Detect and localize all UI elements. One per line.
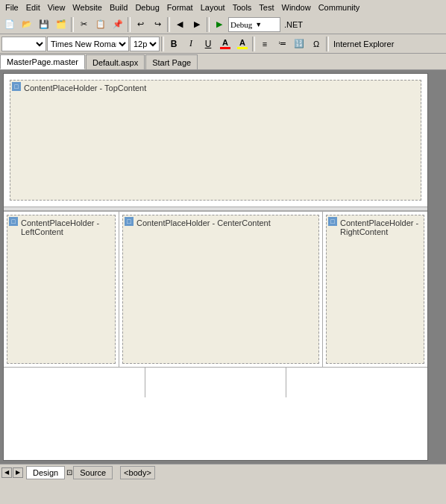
- source-tab-button[interactable]: Source: [73, 466, 113, 479]
- tab-defaultaspx-label: Default.aspx: [92, 58, 138, 67]
- underline-button[interactable]: U: [200, 36, 216, 52]
- top-placeholder-label: ContentPlaceHolder - TopContent: [10, 81, 421, 95]
- right-placeholder: □ ContentPlaceHolder - RightContent: [326, 215, 424, 364]
- menu-tools[interactable]: Tools: [229, 1, 256, 13]
- sep5: [161, 37, 164, 51]
- align-button[interactable]: ≡: [257, 36, 273, 52]
- nav-forward-button[interactable]: ▶: [189, 16, 205, 33]
- tab-defaultaspx[interactable]: Default.aspx: [86, 54, 145, 69]
- menu-build[interactable]: Build: [106, 1, 131, 13]
- menu-bar: File Edit View Website Build Debug Forma…: [0, 0, 446, 15]
- body-tag: <body>: [120, 466, 155, 479]
- top-placeholder: □ ContentPlaceHolder - TopContent: [10, 80, 421, 201]
- italic-button[interactable]: I: [183, 36, 199, 52]
- font-color-icon: A: [222, 38, 228, 47]
- source-tab-label: Source: [80, 468, 106, 477]
- sep6: [252, 37, 255, 51]
- highlight-icon: A: [239, 38, 245, 47]
- new-button[interactable]: 📄: [1, 16, 18, 33]
- center-placeholder: □ ContentPlaceHolder - CenterContent: [122, 215, 319, 364]
- nav-arrows: ◀ ▶: [1, 467, 23, 478]
- ie-label: Internet Explorer: [330, 40, 397, 48]
- menu-window[interactable]: Window: [278, 1, 315, 13]
- font-style-select[interactable]: [1, 37, 46, 51]
- nav-back-button[interactable]: ◀: [172, 16, 188, 33]
- menu-format[interactable]: Format: [163, 1, 197, 13]
- body-tag-label: <body>: [124, 468, 151, 477]
- bottom-col-2: [145, 368, 287, 397]
- font-family-select[interactable]: Times New Roman: [47, 37, 129, 51]
- menu-test[interactable]: Test: [255, 1, 277, 13]
- right-placeholder-marker: □: [328, 217, 337, 226]
- left-placeholder-marker: □: [9, 217, 18, 226]
- top-placeholder-body: [10, 95, 421, 200]
- status-forward-button[interactable]: ▶: [13, 467, 23, 478]
- font-color-bar: [220, 47, 230, 49]
- menu-website[interactable]: Website: [69, 1, 106, 13]
- status-bar: ◀ ▶ Design ⊡ Source <body>: [0, 464, 446, 480]
- right-column: □ ContentPlaceHolder - RightContent: [323, 212, 427, 367]
- font-color-button[interactable]: A: [217, 36, 233, 52]
- tab-startpage-label: Start Page: [152, 58, 191, 67]
- bottom-row: [4, 367, 427, 397]
- run-button[interactable]: ▶: [211, 16, 227, 33]
- design-tab-button[interactable]: Design: [26, 466, 65, 479]
- status-back-button[interactable]: ◀: [1, 467, 12, 478]
- three-col-layout: □ ContentPlaceHolder - LeftContent □ Con…: [4, 211, 427, 367]
- left-placeholder-label: ContentPlaceHolder - LeftContent: [7, 215, 115, 239]
- sep2: [128, 17, 131, 32]
- page-container: □ ContentPlaceHolder - TopContent □ Cont…: [3, 73, 428, 461]
- center-placeholder-label: ContentPlaceHolder - CenterContent: [123, 215, 318, 230]
- bottom-col-3: [286, 368, 427, 397]
- undo-button[interactable]: ↩: [132, 16, 148, 33]
- open-button[interactable]: 📂: [19, 16, 35, 33]
- sep4: [207, 17, 210, 32]
- debug-dropdown[interactable]: Debug ▼: [228, 17, 280, 32]
- source-tab-wrapper: ⊡ Source: [65, 466, 114, 479]
- design-tab-label: Design: [33, 468, 58, 477]
- menu-debug[interactable]: Debug: [131, 1, 163, 13]
- save-button[interactable]: 💾: [36, 16, 52, 33]
- right-placeholder-label: ContentPlaceHolder - RightContent: [327, 215, 424, 239]
- left-column: □ ContentPlaceHolder - LeftContent: [4, 212, 119, 367]
- debug-label: Debug: [230, 20, 252, 29]
- copy-button[interactable]: 📋: [92, 16, 109, 33]
- highlight-color-button[interactable]: A: [234, 36, 251, 52]
- paste-button[interactable]: 📌: [110, 16, 126, 33]
- redo-button[interactable]: ↪: [149, 16, 166, 33]
- menu-layout[interactable]: Layout: [197, 1, 229, 13]
- menu-edit[interactable]: Edit: [22, 1, 44, 13]
- debug-chevron-icon: ▼: [255, 21, 262, 28]
- source-icon: ⊡: [66, 468, 72, 476]
- save-all-button[interactable]: 🗂️: [53, 16, 69, 33]
- styles-button[interactable]: Ω: [308, 36, 324, 52]
- sep1: [71, 17, 74, 32]
- design-area: □ ContentPlaceHolder - TopContent □ Cont…: [0, 70, 446, 464]
- menu-view[interactable]: View: [44, 1, 69, 13]
- main-toolbar: 📄 📂 💾 🗂️ ✂ 📋 📌 ↩ ↪ ◀ ▶ ▶ Debug ▼ .NET: [0, 15, 446, 34]
- bullets-button[interactable]: ≔: [274, 36, 290, 52]
- menu-file[interactable]: File: [1, 1, 22, 13]
- tab-startpage[interactable]: Start Page: [145, 54, 198, 69]
- font-size-select[interactable]: 12pt: [130, 37, 160, 51]
- top-placeholder-marker: □: [12, 82, 21, 91]
- center-placeholder-marker: □: [125, 217, 134, 226]
- sep7: [326, 37, 329, 51]
- highlight-bar: [237, 47, 248, 49]
- menu-community[interactable]: Community: [315, 1, 364, 13]
- document-tabs: MasterPage.master Default.aspx Start Pag…: [0, 54, 446, 70]
- center-column: □ ContentPlaceHolder - CenterContent: [119, 212, 323, 367]
- numbering-button[interactable]: 🔢: [291, 36, 307, 52]
- tab-masterpage-label: MasterPage.master: [7, 57, 78, 66]
- top-section: □ ContentPlaceHolder - TopContent: [4, 74, 427, 207]
- tab-masterpage[interactable]: MasterPage.master: [0, 54, 85, 69]
- cut-button[interactable]: ✂: [75, 16, 92, 33]
- net-label: .NET: [281, 20, 306, 29]
- bottom-col-1: [4, 368, 145, 397]
- bold-button[interactable]: B: [166, 36, 182, 52]
- sep3: [167, 17, 170, 32]
- format-toolbar: Times New Roman 12pt B I U A A ≡ ≔ 🔢 Ω I…: [0, 34, 446, 54]
- left-placeholder: □ ContentPlaceHolder - LeftContent: [7, 215, 116, 364]
